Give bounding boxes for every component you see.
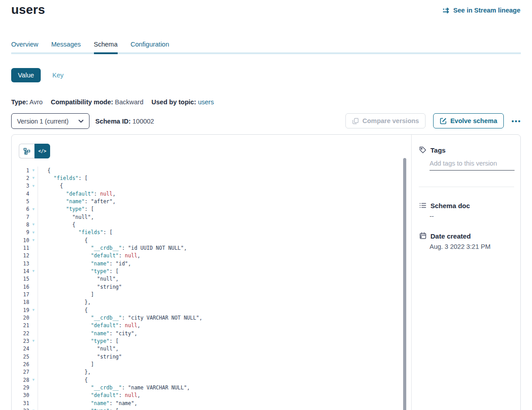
code-text: "type": [ (38, 206, 94, 212)
fold-toggle-icon[interactable]: ▼ (29, 184, 38, 188)
schema-doc-section-header: Schema doc (419, 201, 470, 209)
date-created-title: Date created (430, 232, 471, 240)
compare-versions-label: Compare versions (362, 117, 419, 124)
line-number: 10 (12, 237, 29, 243)
code-text: }, (38, 369, 91, 375)
tab-configuration[interactable]: Configuration (131, 41, 169, 52)
code-text: "default": null, (38, 252, 140, 259)
line-number: 29 (12, 384, 29, 391)
schema-doc-value: -- (430, 213, 434, 220)
code-text: "default": null, (38, 322, 140, 329)
code-line: 11 "__crdb__": "id UUID NOT NULL", (12, 244, 411, 252)
code-text: "name": "name", (38, 400, 137, 406)
code-line: 16 "string" (12, 283, 411, 290)
code-line: 8▼ { (12, 221, 411, 228)
fold-toggle-icon[interactable]: ▼ (29, 378, 38, 382)
schema-id-value: 100002 (132, 118, 154, 125)
more-options-button[interactable]: ••• (511, 117, 521, 125)
line-number: 4 (12, 191, 29, 197)
tab-overview[interactable]: Overview (11, 41, 38, 52)
version-select-value: Version 1 (current) (17, 118, 68, 125)
add-tags-input[interactable] (430, 159, 515, 171)
fold-toggle-icon[interactable]: ▼ (29, 176, 38, 180)
evolve-schema-label: Evolve schema (450, 117, 497, 124)
fold-toggle-icon[interactable]: ▼ (29, 207, 38, 211)
line-number: 2 (12, 175, 29, 181)
fold-toggle-icon[interactable]: ▼ (29, 222, 38, 226)
code-text: "null", (38, 214, 94, 220)
code-line: 9▼ "fields": [ (12, 229, 411, 236)
key-toggle-button[interactable]: Key (52, 72, 64, 79)
line-number: 14 (12, 268, 29, 274)
line-number: 8 (12, 222, 29, 228)
line-number: 19 (12, 307, 29, 313)
fold-toggle-icon[interactable]: ▼ (29, 269, 38, 273)
code-text: "string" (38, 354, 122, 360)
compare-versions-button[interactable]: Compare versions (345, 113, 426, 128)
compatibility-value: Backward (115, 98, 144, 106)
code-line: 21 "default": null, (12, 322, 411, 329)
evolve-schema-button[interactable]: Evolve schema (433, 113, 504, 128)
fold-toggle-icon[interactable]: ▼ (29, 238, 38, 242)
line-number: 30 (12, 392, 29, 398)
code-text: "__crdb__": "id UUID NOT NULL", (38, 245, 187, 251)
code-text: "name": "city", (38, 330, 137, 337)
code-line: 28▼ { (12, 376, 411, 384)
schema-meta-row: Type: Avro Compatibility mode: Backward … (11, 98, 214, 106)
fold-toggle-icon[interactable]: ▼ (29, 168, 38, 172)
fold-toggle-icon[interactable]: ▼ (29, 339, 38, 343)
tree-view-button[interactable] (19, 144, 34, 158)
code-line: 6▼ "type": [ (12, 205, 411, 213)
calendar-plus-icon (419, 232, 427, 240)
code-line: 19▼ { (12, 306, 411, 314)
line-number: 27 (12, 369, 29, 375)
code-line: 22 "name": "city", (12, 329, 411, 337)
schema-code-pane: </> 1▼{2▼ "fields": [3▼ {4 "default": nu… (12, 135, 411, 410)
code-line: 26 ] (12, 360, 411, 368)
line-number: 12 (12, 252, 29, 259)
code-text: "__crdb__": "city VARCHAR NOT NULL", (38, 315, 202, 321)
code-text: "default": null, (38, 392, 140, 398)
line-number: 11 (12, 245, 29, 251)
version-select[interactable]: Version 1 (current) (11, 113, 89, 129)
fold-toggle-icon[interactable]: ▼ (29, 231, 38, 235)
line-number: 17 (12, 291, 29, 298)
code-line: 12 "default": null, (12, 252, 411, 260)
code-text: "null", (38, 346, 119, 352)
code-text: "type": [ (38, 408, 119, 410)
tab-messages[interactable]: Messages (51, 41, 81, 52)
code-line: 23▼ "type": [ (12, 337, 411, 345)
code-text: { (38, 183, 63, 189)
tree-view-icon (23, 148, 30, 155)
compatibility-label: Compatibility mode: (51, 98, 113, 106)
code-text: "fields": [ (38, 175, 88, 181)
tab-schema[interactable]: Schema (94, 41, 118, 52)
code-text: { (38, 237, 88, 243)
code-line: 24 "null", (12, 345, 411, 353)
code-line: 13 "name": "id", (12, 260, 411, 267)
code-line: 4 "default": null, (12, 190, 411, 197)
date-created-value: Aug. 3 2022 3:21 PM (430, 243, 490, 250)
code-line: 25 "string" (12, 353, 411, 360)
code-text: { (38, 307, 88, 313)
page-title: users (11, 3, 45, 17)
code-view-button[interactable]: </> (34, 144, 50, 158)
line-number: 9 (12, 229, 29, 235)
schema-code-editor[interactable]: 1▼{2▼ "fields": [3▼ {4 "default": null,5… (12, 167, 411, 410)
line-number: 1 (12, 167, 29, 174)
code-text: "name": "after", (38, 198, 115, 205)
code-text: ] (38, 291, 94, 298)
code-line: 3▼ { (12, 182, 411, 190)
vertical-scrollbar-thumb[interactable] (403, 158, 406, 410)
code-lines: 1▼{2▼ "fields": [3▼ {4 "default": null,5… (12, 167, 411, 410)
value-toggle-button[interactable]: Value (11, 68, 41, 82)
line-number: 22 (12, 330, 29, 337)
fold-toggle-icon[interactable]: ▼ (29, 308, 38, 312)
code-text: { (38, 377, 88, 383)
see-in-stream-lineage-link[interactable]: See in Stream lineage (442, 7, 520, 14)
schema-id-label: Schema ID: (95, 118, 131, 125)
list-icon (419, 201, 427, 209)
used-by-topic-link[interactable]: users (198, 98, 213, 106)
topic-tabs: Overview Messages Schema Configuration (11, 41, 169, 52)
line-number: 18 (12, 299, 29, 305)
